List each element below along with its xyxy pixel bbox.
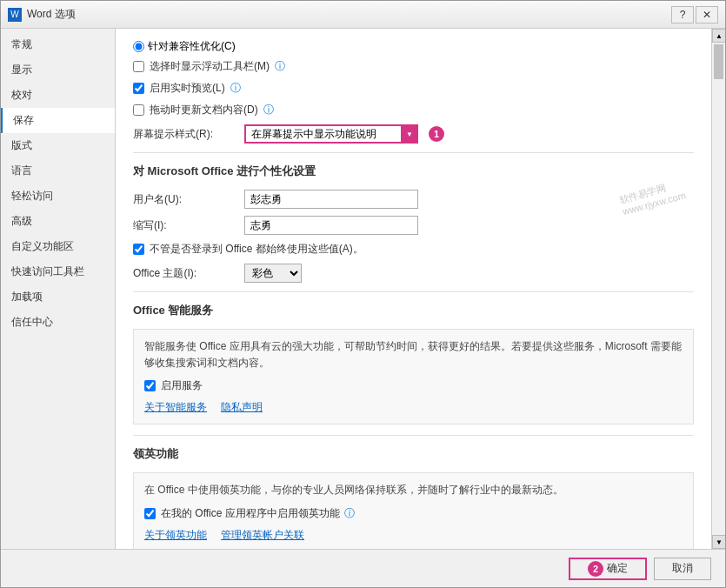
intelligence-section: 智能服务使 Office 应用具有云的强大功能，可帮助节约时间，获得更好的结果。… [133, 329, 694, 424]
abbreviation-label: 缩写(I): [133, 218, 237, 233]
title-bar-left: W Word 选项 [8, 7, 76, 22]
content-inner: 针对兼容性优化(C) 选择时显示浮动工具栏(M) ⓘ 启用实时预览(L) ⓘ [133, 39, 694, 549]
sidebar-item-display[interactable]: 显示 [1, 57, 115, 83]
update-content-label[interactable]: 拖动时更新文档内容(D) [150, 103, 258, 117]
screen-tip-row: 屏幕提示样式(R): 在屏幕提示中显示功能说明 ▼ 1 [133, 124, 694, 144]
scrollbar-thumb[interactable] [714, 44, 723, 79]
always-use-label[interactable]: 不管是否登录到 Office 都始终使用这些值(A)。 [150, 242, 363, 257]
update-content-row: 拖动时更新文档内容(D) ⓘ [133, 103, 694, 117]
divider-3 [133, 435, 694, 436]
badge-2: 2 [588, 561, 603, 577]
info-icon-leader: ⓘ [344, 507, 355, 519]
sidebar-item-customize-ribbon[interactable]: 自定义功能区 [1, 234, 115, 259]
manage-leader-link[interactable]: 管理领英帐户关联 [221, 528, 304, 543]
live-preview-checkbox[interactable] [133, 83, 144, 94]
live-preview-label[interactable]: 启用实时预览(L) [150, 81, 225, 96]
scrollbar: ▲ ▼ [711, 29, 725, 549]
leader-section-title: 领英功能 [133, 446, 694, 465]
username-row: 用户名(U): [133, 190, 694, 209]
username-input[interactable] [244, 190, 418, 209]
live-preview-row: 启用实时预览(L) ⓘ [133, 81, 694, 96]
enable-service-label[interactable]: 启用服务 [161, 378, 203, 393]
close-button[interactable]: ✕ [696, 6, 718, 23]
badge-1: 1 [429, 126, 444, 142]
info-icon-toolbar: ⓘ [275, 59, 285, 74]
compatibility-radio-row: 针对兼容性优化(C) [133, 39, 694, 54]
divider-1 [133, 152, 694, 153]
sidebar-item-accessibility[interactable]: 轻松访问 [1, 184, 115, 209]
username-label: 用户名(U): [133, 192, 237, 207]
dialog-body: 常规 显示 校对 保存 版式 语言 轻松访问 高级 自定义功能区 快速访问工具栏… [1, 29, 725, 549]
help-button[interactable]: ? [671, 6, 694, 23]
title-bar: W Word 选项 ? ✕ [1, 1, 725, 29]
intelligence-desc: 智能服务使 Office 应用具有云的强大功能，可帮助节约时间，获得更好的结果。… [144, 338, 683, 371]
enable-leader-checkbox[interactable] [144, 508, 156, 519]
always-use-row: 不管是否登录到 Office 都始终使用这些值(A)。 [133, 242, 694, 257]
screen-tip-select-wrapper: 在屏幕提示中显示功能说明 ▼ [244, 124, 418, 144]
intelligence-links: 关于智能服务 隐私声明 [144, 400, 683, 415]
confirm-button[interactable]: 2确定 [569, 558, 647, 580]
sidebar-item-general[interactable]: 常规 [1, 32, 115, 57]
word-icon: W [8, 8, 22, 22]
sidebar-item-proofing[interactable]: 校对 [1, 83, 115, 108]
screen-tip-label: 屏幕提示样式(R): [133, 127, 237, 142]
sidebar-item-layout[interactable]: 版式 [1, 133, 115, 158]
show-toolbar-checkbox[interactable] [133, 61, 144, 72]
sidebar-item-save[interactable]: 保存 [1, 108, 115, 133]
scroll-up-btn[interactable]: ▲ [712, 29, 725, 43]
about-intelligence-link[interactable]: 关于智能服务 [144, 400, 207, 415]
sidebar: 常规 显示 校对 保存 版式 语言 轻松访问 高级 自定义功能区 快速访问工具栏… [1, 29, 116, 549]
info-icon-live: ⓘ [230, 81, 241, 96]
enable-leader-label: 在我的 Office 应用程序中启用领英功能 ⓘ [161, 506, 355, 521]
screen-tip-select[interactable]: 在屏幕提示中显示功能说明 [244, 124, 418, 144]
compatibility-radio[interactable] [133, 41, 144, 52]
leader-links: 关于领英功能 管理领英帐户关联 [144, 528, 683, 543]
divider-2 [133, 291, 694, 292]
compatibility-label[interactable]: 针对兼容性优化(C) [148, 39, 236, 54]
always-use-checkbox[interactable] [133, 244, 144, 255]
word-options-dialog: W Word 选项 ? ✕ 常规 显示 校对 保存 版式 语言 轻松访问 高级 … [0, 0, 726, 588]
info-icon-update: ⓘ [263, 103, 274, 117]
cancel-button[interactable]: 取消 [654, 558, 711, 580]
enable-leader-row: 在我的 Office 应用程序中启用领英功能 ⓘ [144, 506, 683, 521]
leader-desc: 在 Office 中使用领英功能，与你的专业人员网络保持联系，并随时了解行业中的… [144, 482, 683, 498]
privacy-link[interactable]: 隐私声明 [221, 400, 263, 415]
update-content-checkbox[interactable] [133, 104, 144, 116]
show-toolbar-label[interactable]: 选择时显示浮动工具栏(M) [150, 59, 270, 74]
scroll-down-btn[interactable]: ▼ [712, 535, 725, 549]
sidebar-item-addins[interactable]: 加载项 [1, 284, 115, 310]
ms-section-title: 对 Microsoft Office 进行个性化设置 [133, 164, 694, 183]
office-theme-select[interactable]: 彩色 深灰色 白色 黑色 [244, 264, 302, 283]
show-toolbar-row: 选择时显示浮动工具栏(M) ⓘ [133, 59, 694, 74]
sidebar-item-quick-access[interactable]: 快速访问工具栏 [1, 259, 115, 284]
enable-service-row: 启用服务 [144, 378, 683, 393]
dialog-title: Word 选项 [27, 7, 76, 22]
intelligence-section-title: Office 智能服务 [133, 303, 694, 322]
abbreviation-row: 缩写(I): [133, 216, 694, 235]
office-theme-label: Office 主题(I): [133, 266, 237, 281]
sidebar-item-language[interactable]: 语言 [1, 158, 115, 184]
office-theme-row: Office 主题(I): 彩色 深灰色 白色 黑色 [133, 264, 694, 283]
dialog-footer: 2确定 取消 [1, 549, 725, 587]
abbreviation-input[interactable] [244, 216, 418, 235]
content-area: 针对兼容性优化(C) 选择时显示浮动工具栏(M) ⓘ 启用实时预览(L) ⓘ [116, 29, 711, 549]
enable-service-checkbox[interactable] [144, 380, 156, 391]
sidebar-item-trust-center[interactable]: 信任中心 [1, 310, 115, 335]
sidebar-item-advanced[interactable]: 高级 [1, 209, 115, 234]
title-bar-buttons: ? ✕ [671, 6, 718, 23]
about-leader-link[interactable]: 关于领英功能 [144, 528, 207, 543]
leader-section: 在 Office 中使用领英功能，与你的专业人员网络保持联系，并随时了解行业中的… [133, 472, 694, 549]
